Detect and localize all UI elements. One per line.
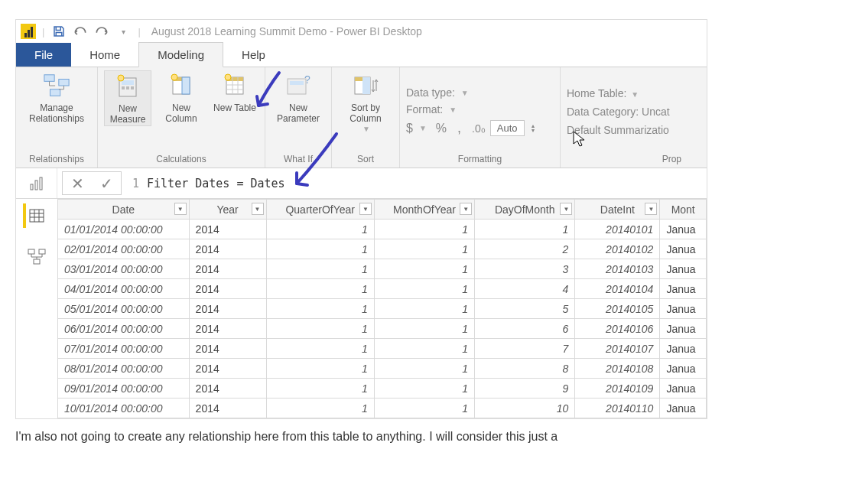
filter-icon[interactable]: ▼: [252, 203, 264, 215]
filter-icon[interactable]: ▼: [645, 203, 657, 215]
group-sort: Sort by Column ▼ Sort: [332, 67, 400, 168]
col-quarter: QuarterOfYear: [285, 203, 355, 216]
default-summarization-label: Default Summarizatio: [567, 124, 681, 136]
qat-dropdown-icon[interactable]: ▾: [115, 23, 132, 40]
formula-bar[interactable]: 1 Filter Dates = Dates: [126, 168, 707, 198]
filter-icon[interactable]: ▼: [460, 203, 472, 215]
cancel-formula-icon[interactable]: ✕: [63, 174, 92, 193]
formula-text: Filter Dates = Dates: [147, 177, 285, 190]
table-row[interactable]: 02/01/2014 00:00:00201411220140102Janua: [58, 239, 707, 259]
svg-rect-28: [40, 177, 42, 190]
tab-file[interactable]: File: [16, 43, 71, 67]
cell-quarter: 1: [266, 359, 374, 379]
chevron-down-icon[interactable]: ▼: [419, 124, 427, 132]
svg-rect-34: [28, 249, 34, 254]
relationships-icon: [43, 72, 70, 99]
cell-monthname: Janua: [660, 299, 707, 319]
cell-monthname: Janua: [660, 399, 707, 418]
cell-month: 1: [374, 399, 474, 418]
cell-monthname: Janua: [660, 279, 707, 299]
data-view-icon[interactable]: [23, 203, 50, 228]
svg-point-19: [225, 74, 231, 80]
tab-home[interactable]: Home: [71, 43, 138, 67]
comma-button[interactable]: ,: [457, 120, 461, 136]
save-icon[interactable]: [50, 23, 67, 40]
svg-text:?: ?: [304, 73, 310, 86]
table-row[interactable]: 08/01/2014 00:00:00201411820140108Janua: [58, 359, 707, 379]
cell-date: 04/01/2014 00:00:00: [58, 279, 190, 299]
report-view-icon[interactable]: [23, 171, 50, 196]
cell-monthname: Janua: [660, 220, 707, 239]
tab-modeling[interactable]: Modeling: [138, 42, 223, 67]
percent-button[interactable]: %: [436, 122, 447, 135]
cell-year: 2014: [189, 359, 266, 379]
svg-rect-27: [35, 181, 37, 190]
formula-row: ✕ ✓ 1 Filter Dates = Dates: [16, 168, 707, 199]
col-month: MonthOfYear: [393, 203, 456, 216]
table-row[interactable]: 07/01/2014 00:00:00201411720140107Janua: [58, 339, 707, 359]
cell-quarter: 1: [266, 259, 374, 279]
cell-day: 9: [475, 379, 575, 399]
model-view-icon[interactable]: [23, 245, 50, 269]
svg-rect-21: [290, 81, 304, 85]
chevron-down-icon[interactable]: ▼: [449, 106, 457, 114]
cell-month: 1: [374, 339, 474, 359]
group-formatting-label: Formatting: [406, 152, 554, 166]
cell-dateint: 20140109: [575, 379, 660, 399]
currency-button[interactable]: $: [406, 122, 413, 135]
table-row[interactable]: 05/01/2014 00:00:00201411520140105Janua: [58, 299, 707, 319]
group-relationships-label: Relationships: [22, 152, 91, 166]
table-row[interactable]: 10/01/2014 00:00:002014111020140110Janua: [58, 399, 707, 418]
chevron-down-icon[interactable]: ▼: [461, 89, 469, 97]
table-row[interactable]: 04/01/2014 00:00:00201411420140104Janua: [58, 279, 707, 299]
cell-year: 2014: [189, 299, 266, 319]
cell-dateint: 20140104: [575, 279, 660, 299]
cell-date: 08/01/2014 00:00:00: [58, 359, 190, 379]
cell-quarter: 1: [266, 399, 374, 418]
new-measure-button[interactable]: New Measure: [104, 70, 151, 126]
sort-by-column-label: Sort by Column: [338, 102, 393, 125]
filter-icon[interactable]: ▼: [359, 203, 372, 215]
filter-icon[interactable]: ▼: [560, 203, 572, 215]
new-column-label: New Column: [158, 102, 205, 125]
cell-year: 2014: [189, 399, 266, 418]
table-row[interactable]: 06/01/2014 00:00:00201411620140106Janua: [58, 319, 707, 339]
undo-icon[interactable]: [72, 23, 89, 40]
cell-year: 2014: [189, 259, 266, 279]
spinner-icon[interactable]: ▲▼: [531, 124, 536, 133]
table-row[interactable]: 03/01/2014 00:00:00201411320140103Janua: [58, 259, 707, 279]
cell-year: 2014: [189, 220, 266, 239]
group-whatif: ? New Parameter What If: [265, 67, 332, 168]
chevron-down-icon[interactable]: ▼: [631, 90, 639, 99]
filter-icon[interactable]: ▼: [174, 203, 187, 215]
parameter-icon: ?: [284, 72, 312, 99]
svg-rect-4: [122, 80, 134, 85]
cell-month: 1: [374, 299, 474, 319]
cell-quarter: 1: [266, 299, 374, 319]
svg-rect-7: [131, 86, 134, 89]
tab-help[interactable]: Help: [223, 43, 284, 67]
new-table-label: New Table: [213, 102, 256, 113]
redo-icon[interactable]: [93, 23, 110, 40]
cell-month: 1: [374, 259, 474, 279]
table-row[interactable]: 09/01/2014 00:00:00201411920140109Janua: [58, 379, 707, 399]
svg-rect-26: [31, 184, 33, 190]
svg-rect-0: [44, 75, 54, 82]
manage-relationships-button[interactable]: Manage Relationships: [22, 70, 91, 125]
col-dateint: DateInt: [600, 203, 635, 216]
table-row[interactable]: 01/01/2014 00:00:00201411120140101Janua: [58, 220, 707, 239]
cell-year: 2014: [189, 319, 266, 339]
cell-quarter: 1: [266, 339, 374, 359]
group-sort-label: Sort: [338, 152, 393, 166]
decimal-button[interactable]: .0₀: [472, 122, 486, 135]
data-table: Date▼ Year▼ QuarterOfYear▼ MonthOfYear▼ …: [57, 199, 707, 418]
data-type-label: Data type:: [406, 86, 455, 99]
cell-year: 2014: [189, 279, 266, 299]
new-column-button[interactable]: New Column: [158, 70, 205, 125]
decimal-places-input[interactable]: Auto: [490, 120, 525, 136]
new-table-button[interactable]: New Table: [211, 70, 258, 113]
cell-monthname: Janua: [660, 259, 707, 279]
sort-by-column-button[interactable]: Sort by Column ▼: [338, 70, 393, 134]
commit-formula-icon[interactable]: ✓: [92, 174, 121, 193]
new-parameter-button[interactable]: ? New Parameter: [271, 70, 325, 125]
